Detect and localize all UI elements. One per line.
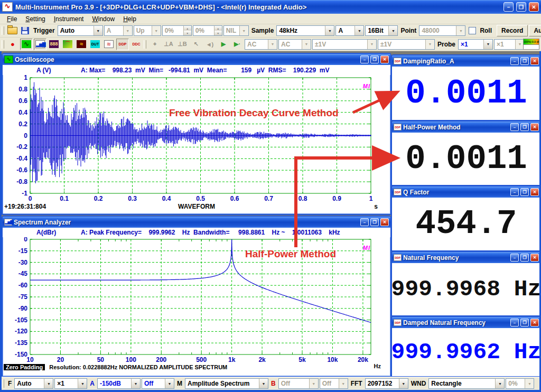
oscilloscope-window: ∿ Oscilloscope – ❐ ✕ A (V) A: Max= 998.2… (2, 53, 391, 215)
close-button[interactable]: ✕ (530, 319, 539, 326)
menu-window[interactable]: Window (88, 14, 118, 24)
multimeter-icon[interactable]: 888 (48, 39, 60, 50)
window-frame-left (0, 51, 2, 392)
ddp-window-damping-ratio: DDP DampingRatio_A – ❐ ✕ 0.0011 (391, 54, 541, 121)
ddp-viewer-icon[interactable]: DDP (116, 39, 129, 50)
auto-button[interactable]: Auto (529, 25, 541, 36)
ddp-readout: 454.7 (392, 198, 540, 250)
minimize-button[interactable]: – (510, 188, 519, 196)
minimize-button[interactable]: – (510, 319, 519, 326)
svg-text:-45: -45 (18, 270, 28, 277)
svg-text:10k: 10k (327, 356, 338, 363)
ddp-titlebar[interactable]: DDP Damped Natural Frequency – ❐ ✕ (392, 317, 540, 328)
a-display-range-select[interactable]: -150dB▼ (97, 378, 141, 389)
ddc-icon[interactable]: DDC (130, 39, 143, 50)
coupling-b-select: AC▼ (278, 39, 311, 50)
frequency-axis-label: F (6, 380, 13, 387)
minimize-button[interactable]: – (510, 123, 519, 131)
minimize-button[interactable]: – (503, 2, 514, 12)
chevron-down-icon: ▼ (78, 379, 87, 388)
ddp-titlebar[interactable]: DDP Q Factor – ❐ ✕ (392, 186, 540, 198)
svg-text:-0.4: -0.4 (16, 155, 27, 162)
toolbar-grip (2, 379, 4, 388)
ddp-window-natural-frequency: DDP Natural Frequency – ❐ ✕ 999.9968 Hz (391, 251, 541, 316)
sampling-channel-select[interactable]: A▼ (335, 25, 364, 36)
svg-text:0.9: 0.9 (332, 195, 341, 202)
svg-text:0.6: 0.6 (230, 195, 239, 202)
checkbox-box[interactable] (469, 27, 476, 34)
signal-generator-icon[interactable]: ≈ (75, 39, 88, 50)
chevron-down-icon: ▼ (483, 40, 492, 49)
svg-text:-1: -1 (22, 190, 27, 197)
ddp-icon: DDP (394, 319, 402, 326)
ddp-titlebar[interactable]: DDP DampingRatio_A – ❐ ✕ (392, 55, 540, 67)
close-button[interactable]: ✕ (529, 2, 539, 12)
close-button[interactable]: ✕ (530, 57, 539, 65)
close-button[interactable]: ✕ (380, 218, 389, 226)
svg-text:0.5: 0.5 (196, 195, 205, 202)
maximize-button[interactable]: ❐ (370, 55, 379, 63)
zoom-x-select[interactable]: ×1▼ (54, 378, 87, 389)
spectrum-analyzer-icon[interactable]: ▂▅▇ (34, 39, 46, 50)
maximize-button[interactable]: ❐ (370, 218, 379, 226)
a-reference-select[interactable]: Off▼ (142, 378, 174, 389)
sampling-rate-select[interactable]: 48kHz▼ (276, 25, 334, 36)
maximize-button[interactable]: ❐ (520, 319, 529, 326)
decay-method-annotation: Free Vibration Decay Curve Method (169, 107, 339, 119)
spectrum-3d-plot-icon[interactable]: ⌒ (61, 39, 74, 50)
menu-file[interactable]: File (3, 14, 21, 24)
close-button[interactable]: ✕ (530, 254, 539, 262)
close-button[interactable]: ✕ (530, 123, 539, 131)
bit-resolution-select[interactable]: 16Bit▼ (365, 25, 398, 36)
maximize-button[interactable]: ❐ (520, 188, 529, 196)
b-display-range-select: Off▼ (278, 378, 319, 389)
display-mode-select[interactable]: Amplitude Spectrum▼ (185, 378, 268, 389)
chevron-down-icon: ▼ (525, 379, 534, 388)
probe-a-select[interactable]: ×1▼ (458, 39, 493, 50)
svg-text:0.3: 0.3 (128, 195, 137, 202)
roll-checkbox[interactable]: Roll (467, 27, 496, 34)
minimize-button[interactable]: – (510, 57, 519, 65)
svg-text:0.8: 0.8 (299, 195, 307, 202)
trigger-mode-select[interactable]: Auto▼ (58, 25, 103, 36)
save-file-icon[interactable] (21, 27, 29, 34)
spectrum-titlebar[interactable]: ▂▅▇ Spectrum Analyzer – ❐ ✕ (3, 217, 390, 228)
maximize-button[interactable]: ❐ (520, 57, 529, 65)
oscilloscope-stats: A: Max= 998.23 mV Min= -994.81 mV Mean= … (81, 67, 329, 74)
device-test-plan-icon[interactable]: DUT (89, 39, 101, 50)
oscilloscope-titlebar[interactable]: ∿ Oscilloscope – ❐ ✕ (3, 54, 390, 65)
maximize-button[interactable]: ❐ (516, 2, 526, 12)
close-button[interactable]: ✕ (380, 55, 389, 63)
minimize-button[interactable]: – (360, 55, 369, 63)
frequency-axis-select[interactable]: Auto▼ (14, 378, 53, 389)
ddp-titlebar[interactable]: DDP Natural Frequency – ❐ ✕ (392, 252, 540, 263)
menu-help[interactable]: Help (119, 14, 140, 24)
close-button[interactable]: ✕ (530, 188, 539, 196)
maximize-button[interactable]: ❐ (520, 254, 529, 262)
oscilloscope-plot[interactable]: 00.10.20.30.40.50.60.70.80.9110.80.60.40… (3, 75, 388, 203)
minimize-button[interactable]: – (510, 254, 519, 262)
ddp-titlebar[interactable]: DDP Half-Power Method – ❐ ✕ (392, 122, 540, 133)
menu-setting[interactable]: Setting (22, 14, 49, 24)
record-dot-icon[interactable]: ● (6, 39, 19, 50)
chevron-down-icon: ▼ (309, 379, 318, 388)
fft-size-select[interactable]: 2097152▼ (365, 378, 408, 389)
ddp-readout: 0.0011 (392, 67, 540, 120)
record-button[interactable]: Record (497, 25, 528, 36)
stepper-arrows: ▲▼ (183, 26, 191, 35)
svg-text:1: 1 (369, 195, 373, 202)
data-logger-icon[interactable]: ≋ (102, 39, 115, 50)
svg-text:-0.8: -0.8 (16, 178, 27, 185)
menu-instrument[interactable]: Instrument (50, 14, 88, 24)
toolbar-sampling: Trigger Auto▼ A▼ Up▼ 0%▲▼ 0%▲▼ NIL▼ Samp… (0, 24, 541, 38)
minimize-button[interactable]: – (360, 218, 369, 226)
open-file-icon[interactable] (7, 27, 17, 34)
app-titlebar[interactable]: ∿ Multi-Instrument Pro 3.9 - [+3DP+DLG+L… (0, 0, 541, 14)
window-function-select[interactable]: Rectangle▼ (428, 378, 505, 389)
maximize-button[interactable]: ❐ (520, 123, 529, 131)
oscilloscope-icon[interactable]: ∿ (20, 39, 33, 50)
fft-label: FFT (349, 380, 364, 387)
ddp-title: Half-Power Method (403, 124, 509, 131)
ddp-value: 0.0011 (405, 140, 527, 178)
ddp-readout: 0.0011 (392, 133, 540, 185)
